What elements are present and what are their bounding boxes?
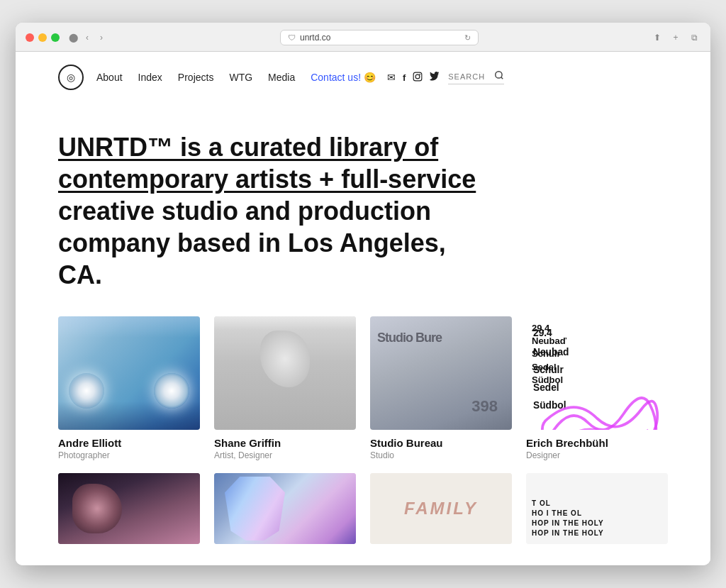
- nav-social: ✉ f: [387, 72, 440, 84]
- artist-image-erich: 29.4 Neubad Schulr Sedel Südbol: [526, 316, 668, 430]
- forward-button[interactable]: ‹: [81, 31, 94, 44]
- email-icon[interactable]: ✉: [387, 72, 396, 83]
- artists-grid-bottom: FAMILY T OL HO I THE OL HOP IN THE HOLY …: [16, 460, 710, 565]
- svg-point-3: [496, 72, 502, 78]
- security-icon: 🛡: [288, 33, 296, 42]
- partial-image-4: T OL HO I THE OL HOP IN THE HOLY HOP IN …: [526, 473, 668, 544]
- artist-photo-shane: [214, 316, 356, 430]
- nav-about[interactable]: About: [96, 72, 123, 83]
- nav-projects[interactable]: Projects: [178, 72, 214, 83]
- instagram-icon[interactable]: [413, 72, 423, 84]
- twitter-icon[interactable]: [430, 72, 440, 84]
- share-button[interactable]: ⬆: [651, 31, 664, 44]
- bottom4-text: T OL HO I THE OL HOP IN THE HOLY HOP IN …: [526, 473, 668, 544]
- svg-text:Neubad: Neubad: [533, 347, 569, 357]
- svg-text:29.4: 29.4: [533, 328, 552, 338]
- artist-image-shane: [214, 316, 356, 430]
- address-bar[interactable]: 🛡 unrtd.co ↻: [280, 30, 479, 45]
- nav-contact[interactable]: Contact us! 😊: [311, 72, 376, 83]
- browser-chrome: ⬤ ‹ › 🛡 unrtd.co ↻ ⬆ + ⧉: [16, 23, 710, 52]
- nav-media[interactable]: Media: [268, 72, 295, 83]
- close-button[interactable]: [26, 33, 34, 42]
- artist-role-shane: Artist, Designer: [214, 450, 356, 460]
- search-input[interactable]: [448, 72, 494, 81]
- tabs-button[interactable]: ⧉: [688, 31, 700, 44]
- artist-card-shane[interactable]: Shane Griffin Artist, Designer: [214, 316, 356, 460]
- browser-window: ⬤ ‹ › 🛡 unrtd.co ↻ ⬆ + ⧉ ◎: [16, 23, 710, 565]
- artist-role-erich: Designer: [526, 450, 668, 460]
- artist-photo-andre: [58, 316, 200, 430]
- partial-image-2: [214, 473, 356, 544]
- nav-wtg[interactable]: WTG: [229, 72, 252, 83]
- address-bar-container: 🛡 unrtd.co ↻: [115, 30, 644, 45]
- svg-point-1: [415, 74, 420, 79]
- navbar: ◎ About Index Projects WTG Media Contact…: [16, 52, 710, 103]
- artist-name-erich: Erich Brechbühl: [526, 437, 668, 449]
- artist-name-andre: Andre Elliott: [58, 437, 200, 449]
- refresh-icon[interactable]: ↻: [464, 33, 471, 43]
- search-icon[interactable]: [494, 70, 504, 82]
- facebook-icon[interactable]: f: [403, 72, 406, 83]
- artist-image-andre: [58, 316, 200, 430]
- artist-role-andre: Photographer: [58, 450, 200, 460]
- artist-card-andre[interactable]: Andre Elliott Photographer: [58, 316, 200, 460]
- forward-btn2[interactable]: ›: [95, 31, 108, 44]
- chrome-right: ⬆ + ⧉: [651, 31, 700, 44]
- logo-symbol: ◎: [67, 72, 75, 83]
- partial-card-2[interactable]: [214, 473, 356, 544]
- artist-name-shane: Shane Griffin: [214, 437, 356, 449]
- new-tab-button[interactable]: +: [669, 31, 682, 44]
- nav-index[interactable]: Index: [138, 72, 162, 83]
- hero-section: UNRTD™ is a curated library of contempor…: [16, 103, 710, 316]
- back-button[interactable]: ⬤: [67, 31, 79, 44]
- hero-title: UNRTD™ is a curated library of contempor…: [58, 131, 540, 291]
- url-text: unrtd.co: [300, 33, 330, 43]
- nav-links: About Index Projects WTG Media Contact u…: [96, 71, 376, 84]
- artists-grid: Andre Elliott Photographer Shane Griffin…: [16, 316, 710, 460]
- artist-card-studio[interactable]: Studio Bureau Studio: [370, 316, 512, 460]
- svg-point-2: [420, 73, 421, 74]
- partial-image-3: FAMILY: [370, 473, 512, 544]
- traffic-lights: [26, 33, 60, 42]
- artist-image-studio: [370, 316, 512, 430]
- site-logo[interactable]: ◎: [58, 65, 84, 90]
- search-bar[interactable]: [448, 70, 504, 84]
- partial-image-1: [58, 473, 200, 544]
- artist-photo-erich: 29.4 Neubad Schulr Sedel Südbol: [526, 316, 668, 430]
- erich-scribble-svg: 29.4 Neubad Schulr Sedel Südbol: [526, 316, 668, 430]
- svg-text:Sedel: Sedel: [533, 382, 559, 393]
- nav-arrows: ⬤ ‹ ›: [67, 31, 108, 44]
- svg-rect-0: [413, 72, 422, 81]
- partial-card-4[interactable]: T OL HO I THE OL HOP IN THE HOLY HOP IN …: [526, 473, 668, 544]
- minimize-button[interactable]: [38, 33, 47, 42]
- maximize-button[interactable]: [51, 33, 60, 42]
- artist-card-erich[interactable]: 29.4 Neubad Schulr Sedel Südbol Erich Br…: [526, 316, 668, 460]
- partial-card-1[interactable]: [58, 473, 200, 544]
- svg-text:Schulr: Schulr: [533, 365, 564, 375]
- partial-card-3[interactable]: FAMILY: [370, 473, 512, 544]
- artist-role-studio: Studio: [370, 450, 512, 460]
- artist-photo-studio: [370, 316, 512, 430]
- artist-name-studio: Studio Bureau: [370, 437, 512, 449]
- page-content: ◎ About Index Projects WTG Media Contact…: [16, 52, 710, 565]
- svg-line-4: [501, 77, 503, 79]
